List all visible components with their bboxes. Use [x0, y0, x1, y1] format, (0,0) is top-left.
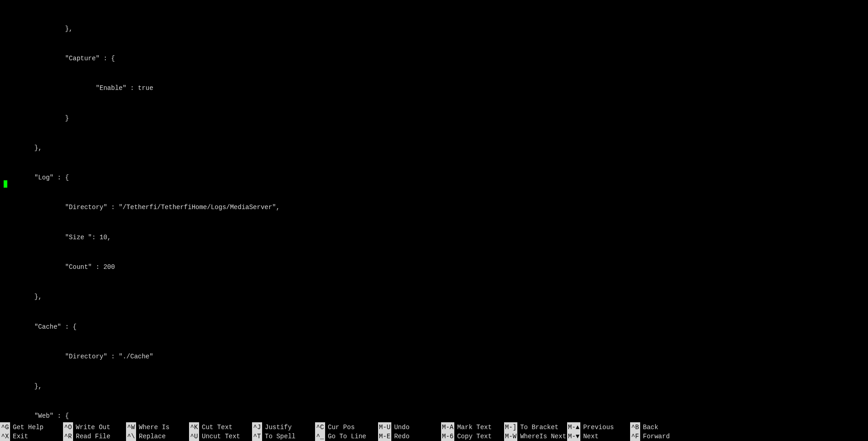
- code-line: "Size ": 10,: [4, 233, 868, 242]
- code-line: },: [4, 382, 868, 391]
- help-go-to-line[interactable]: ^_Go To Line: [315, 431, 378, 441]
- code-line: },: [4, 292, 868, 302]
- editor-content[interactable]: }, "Capture" : { "Enable" : true } }, "L…: [0, 0, 868, 423]
- help-whereis-next[interactable]: M-WWhereIs Next: [504, 431, 567, 441]
- code-line: "Capture" : {: [4, 54, 868, 63]
- code-line: },: [4, 24, 868, 34]
- code-line: "Log" : {: [4, 173, 868, 183]
- help-uncut-text[interactable]: ^UUncut Text: [189, 431, 252, 441]
- help-replace[interactable]: ^\Replace: [126, 431, 189, 441]
- code-line: "Cache" : {: [4, 322, 868, 332]
- help-next[interactable]: M-▼Next: [567, 431, 630, 441]
- text-cursor: [4, 180, 7, 188]
- help-redo[interactable]: M-ERedo: [378, 431, 441, 441]
- help-read-file[interactable]: ^RRead File: [63, 431, 126, 441]
- help-forward[interactable]: ^FForward: [630, 431, 693, 441]
- help-row-1: ^GGet Help ^OWrite Out ^WWhere Is ^KCut …: [0, 423, 868, 432]
- help-bar: ^GGet Help ^OWrite Out ^WWhere Is ^KCut …: [0, 423, 868, 441]
- help-to-spell[interactable]: ^TTo Spell: [252, 431, 315, 441]
- code-line: "Web" : {: [4, 411, 868, 421]
- code-line: "Directory" : "/Tetherfi/TetherfiHome/Lo…: [4, 203, 868, 212]
- code-line: "Count" : 200: [4, 262, 868, 272]
- code-line: "Enable" : true: [4, 84, 868, 93]
- code-line: }: [4, 114, 868, 123]
- help-row-2: ^XExit ^RRead File ^\Replace ^UUncut Tex…: [0, 432, 868, 441]
- help-exit[interactable]: ^XExit: [0, 431, 63, 441]
- code-line: "Directory" : "./Cache": [4, 352, 868, 362]
- help-copy-text[interactable]: M-6Copy Text: [441, 431, 504, 441]
- code-line: },: [4, 143, 868, 153]
